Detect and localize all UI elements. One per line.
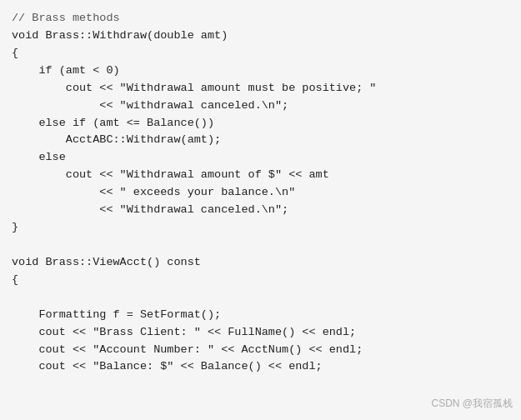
code-line: else if (amt <= Balance())	[12, 115, 509, 132]
code-line: if (amt < 0)	[12, 62, 509, 80]
code-line: Formatting f = SetFormat();	[12, 307, 509, 324]
code-line: cout << "Balance: $" << Balance() << end…	[12, 358, 509, 376]
code-line: else	[12, 149, 509, 167]
empty-line	[12, 289, 509, 307]
code-line: void Brass::Withdraw(double amt)	[12, 28, 509, 45]
code-line: cout << "Brass Client: " << FullName() <…	[12, 324, 509, 342]
watermark: CSDN @我宿孤栈	[431, 396, 513, 412]
code-line: cout << "Withdrawal amount must be posit…	[12, 80, 509, 98]
code-line: << "Withdrawal canceled.\n";	[12, 202, 509, 219]
code-container: // Brass methodsvoid Brass::Withdraw(dou…	[0, 0, 521, 420]
code-line: void Brass::ViewAcct() const	[12, 254, 509, 272]
code-line: }	[12, 219, 509, 237]
code-block: // Brass methodsvoid Brass::Withdraw(dou…	[12, 10, 509, 376]
code-line: // Brass methods	[12, 10, 509, 28]
code-line: {	[12, 45, 509, 62]
code-line: cout << "Withdrawal amount of $" << amt	[12, 167, 509, 184]
code-line: {	[12, 272, 509, 289]
code-line: AcctABC::Withdraw(amt);	[12, 132, 509, 149]
code-line: cout << "Account Number: " << AcctNum() …	[12, 342, 509, 359]
code-line: << " exceeds your balance.\n"	[12, 184, 509, 202]
code-line: << "withdrawal canceled.\n";	[12, 98, 509, 115]
empty-line	[12, 237, 509, 254]
